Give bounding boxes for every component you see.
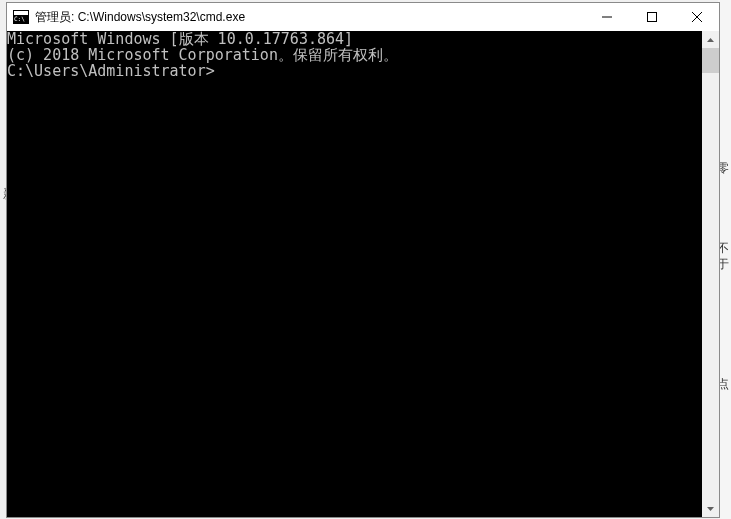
window-controls [584,3,719,31]
terminal-output[interactable]: Microsoft Windows [版本 10.0.17763.864](c)… [7,31,702,517]
titlebar[interactable]: 管理员: C:\Windows\system32\cmd.exe [7,3,719,31]
svg-rect-1 [647,13,656,22]
scroll-up-button[interactable] [702,31,719,48]
terminal-prompt: C:\Users\Administrator> [7,63,702,79]
window-title: 管理员: C:\Windows\system32\cmd.exe [35,9,584,26]
scroll-down-button[interactable] [702,500,719,517]
terminal-line: Microsoft Windows [版本 10.0.17763.864] [7,31,702,47]
scrollbar-track[interactable] [702,48,719,500]
minimize-button[interactable] [584,3,629,31]
scrollbar-thumb[interactable] [702,48,719,73]
close-button[interactable] [674,3,719,31]
vertical-scrollbar[interactable] [702,31,719,517]
close-icon [692,12,702,22]
minimize-icon [602,12,612,22]
svg-marker-4 [707,38,714,42]
terminal-line: (c) 2018 Microsoft Corporation。保留所有权利。 [7,47,702,63]
chevron-down-icon [707,507,714,511]
client-area: Microsoft Windows [版本 10.0.17763.864](c)… [7,31,719,517]
app-icon [13,10,29,24]
svg-marker-5 [707,507,714,511]
cmd-window: 管理员: C:\Windows\system32\cmd.exe Microso… [6,2,720,518]
maximize-icon [647,12,657,22]
maximize-button[interactable] [629,3,674,31]
chevron-up-icon [707,38,714,42]
